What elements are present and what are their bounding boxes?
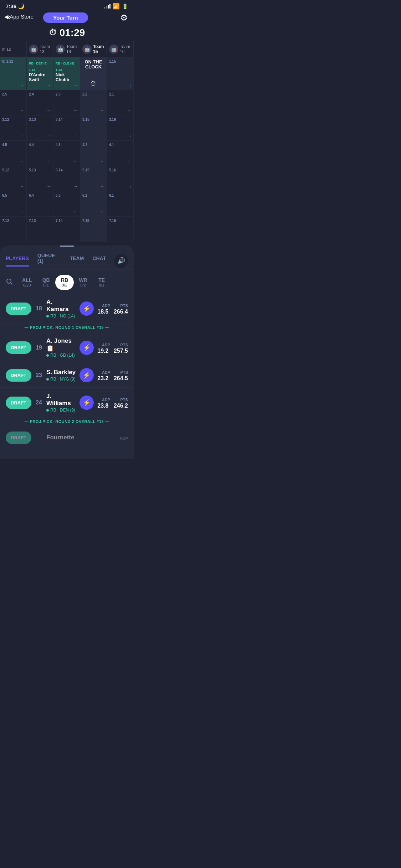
cell-1-1[interactable]: 0; 1.12 → <box>0 57 27 90</box>
draft-button-kamara[interactable]: DRAFT <box>6 303 31 315</box>
cell-7-4[interactable]: 7.15 <box>80 217 107 242</box>
tab-chat[interactable]: CHAT <box>92 255 106 267</box>
cell-3-3[interactable]: 3.14 → <box>53 115 80 140</box>
cell-5-2[interactable]: 5.13 → <box>27 166 53 191</box>
cell-5-5[interactable]: 5.16 ↓ <box>107 166 134 191</box>
cell-2-4[interactable]: 2.2 ← <box>80 90 107 115</box>
cell-3-5[interactable]: 3.16 ↓ <box>107 115 134 140</box>
tab-queue[interactable]: QUEUE (1) <box>37 253 61 269</box>
cell-3-4[interactable]: 3.15 → <box>80 115 107 140</box>
cell-7-2[interactable]: 7.13 <box>27 217 53 242</box>
team-dot <box>46 354 49 357</box>
cell-3-1[interactable]: 3.12 → <box>0 115 27 140</box>
filter-rb[interactable]: RB 0/2 <box>55 275 74 290</box>
draft-button-fournette[interactable]: DRAFT <box>6 432 31 444</box>
cell-5-4[interactable]: 5.15 → <box>80 166 107 191</box>
player-team-kamara: RB · NO (14) <box>46 314 76 319</box>
cell-6-4[interactable]: 6.2 ← <box>80 191 107 216</box>
status-right: 📶 🔋 <box>104 3 128 10</box>
team-col-15[interactable]: 🤖 Team 15 <box>80 41 107 57</box>
arrow: → <box>73 133 78 138</box>
draft-button-jones[interactable]: DRAFT <box>6 341 31 354</box>
player-team-barkley: RB · NYG (9) <box>46 377 76 382</box>
pick-num: 7.16 <box>109 219 131 223</box>
tab-team[interactable]: TEAM <box>70 255 84 267</box>
team-col-12[interactable]: m 12 <box>0 41 27 57</box>
cell-5-3[interactable]: 5.14 → <box>53 166 80 191</box>
tab-players[interactable]: PLAYERS <box>6 255 29 267</box>
app-store-label[interactable]: ◀ App Store <box>4 14 34 20</box>
cell-7-3[interactable]: 7.14 <box>53 217 80 242</box>
player-pos: RB · DET (6) 1.13 <box>29 62 47 72</box>
pick-num: 3.12 <box>2 118 24 122</box>
team-col-16[interactable]: 🤖 Team 16 <box>107 41 134 57</box>
cell-4-3[interactable]: 4.3 ← <box>53 141 80 166</box>
team-dot <box>46 378 49 381</box>
cell-4-1[interactable]: 4.5 ← <box>0 141 27 166</box>
pick-num: 3.14 <box>56 118 78 122</box>
cell-2-3[interactable]: 2.3 ← <box>53 90 80 115</box>
cell-6-3[interactable]: 6.3 ← <box>53 191 80 216</box>
cell-6-1[interactable]: 6.5 ← <box>0 191 27 216</box>
player-icon-symbol: ⚡ <box>83 344 91 352</box>
cell-2-1[interactable]: 2.5 ← <box>0 90 27 115</box>
cell-7-5[interactable]: 7.16 <box>107 217 134 242</box>
team-13-label: Team 13 <box>40 44 51 54</box>
cell-7-1[interactable]: 7.12 <box>0 217 27 242</box>
cell-2-5[interactable]: 2.1 ← <box>107 90 134 115</box>
player-team-williams: RB · DEN (9) <box>46 408 76 413</box>
cell-5-1[interactable]: 5.12 → <box>0 166 27 191</box>
player-name: Nick Chubb <box>56 72 78 83</box>
pick-num: 6.4 <box>29 193 51 197</box>
pts-value-jones: 257.5 <box>114 348 128 354</box>
cell-4-4[interactable]: 4.2 ← <box>80 141 107 166</box>
position-filter: ALL 0/20 QB 0/1 RB 0/2 WR 0/2 TE 0/1 <box>0 270 134 294</box>
team-14-avatar: 🤖 <box>56 45 65 54</box>
filter-te[interactable]: TE 0/1 <box>92 275 111 290</box>
team-col-13[interactable]: 🤖 Team 13 <box>27 41 53 57</box>
arrow: ← <box>20 209 24 214</box>
cell-4-5[interactable]: 4.1 ← <box>107 141 134 166</box>
cell-1-3[interactable]: RB · CLE (9) 1.14 Nick Chubb → <box>53 57 80 90</box>
filter-wr[interactable]: WR 0/2 <box>74 275 92 290</box>
player-info-kamara: A. Kamara RB · NO (14) <box>46 299 76 319</box>
signal-icon <box>104 4 110 9</box>
cell-3-2[interactable]: 3.13 → <box>27 115 53 140</box>
settings-gear-icon[interactable]: ⚙ <box>120 13 128 23</box>
cell-6-5[interactable]: 6.1 ← <box>107 191 134 216</box>
arrow: ↓ <box>129 133 131 138</box>
player-rank-williams: 24 <box>35 399 43 406</box>
arrow: → <box>20 83 24 88</box>
search-icon[interactable] <box>6 278 13 287</box>
draft-board: 0; 1.12 → RB · DET (6) 1.13 D'Andre Swif… <box>0 57 134 242</box>
cell-2-2[interactable]: 2.4 ← <box>27 90 53 115</box>
pts-label: PTS <box>120 304 128 308</box>
draft-button-barkley[interactable]: DRAFT <box>6 369 31 382</box>
team-col-14[interactable]: 🤖 Team 14 <box>53 41 80 57</box>
sound-icon: 🔊 <box>117 257 125 265</box>
cell-6-2[interactable]: 6.4 ← <box>27 191 53 216</box>
team-14-label: Team 14 <box>66 44 78 54</box>
battery-icon: 🔋 <box>122 4 128 9</box>
arrow: ← <box>47 108 51 113</box>
pick-num: 3.15 <box>82 118 104 122</box>
proj-pick-kamara: — PROJ PICK: ROUND 1 OVERALL #15 — <box>0 324 134 332</box>
filter-qb[interactable]: QB 0/1 <box>37 275 55 290</box>
pick-num: 3.16 <box>109 118 131 122</box>
pts-label: PTS <box>120 398 128 402</box>
team-13-avatar: 🤖 <box>29 45 38 54</box>
draft-button-williams[interactable]: DRAFT <box>6 397 31 409</box>
cell-1-5[interactable]: 1.15 ↓ <box>107 57 134 90</box>
board-row-4: 4.5 ← 4.4 ← 4.3 ← 4.2 ← 4.1 ← <box>0 141 134 166</box>
board-row-2: 2.5 ← 2.4 ← 2.3 ← 2.2 ← 2.1 ← <box>0 90 134 115</box>
pick-num: 5.14 <box>56 168 78 172</box>
your-turn-badge: Your Turn <box>43 12 88 23</box>
filter-qb-count: 0/1 <box>43 283 49 287</box>
cell-1-2[interactable]: RB · DET (6) 1.13 D'Andre Swift → <box>27 57 53 90</box>
sound-button[interactable]: 🔊 <box>114 254 128 268</box>
cell-4-2[interactable]: 4.4 ← <box>27 141 53 166</box>
player-name-kamara: A. Kamara <box>46 299 76 313</box>
filter-all[interactable]: ALL 0/20 <box>17 275 37 290</box>
cell-1-4[interactable]: ON THE CLOCK ⏱ <box>80 57 107 90</box>
pick-num: 2.4 <box>29 92 51 96</box>
